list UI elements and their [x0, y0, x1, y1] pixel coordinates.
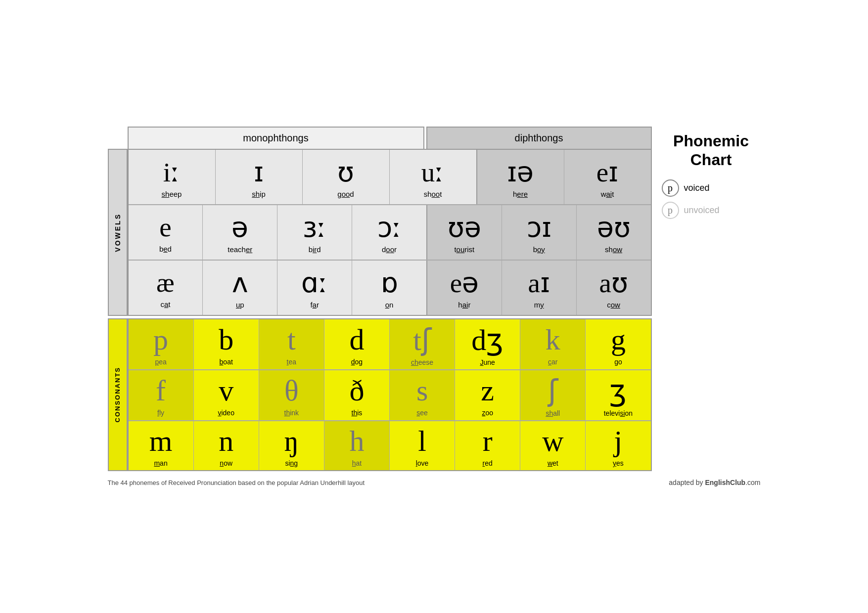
cell-sheep: iː sheep: [129, 150, 216, 204]
legend-voiced-icon: p: [662, 179, 679, 197]
cell-cow: aʊ cow: [577, 261, 651, 315]
cell-hair: eə hair: [427, 261, 502, 315]
page-wrapper: monophthongs diphthongs VOWELS: [108, 127, 761, 486]
legend-unvoiced: p unvoiced: [662, 202, 761, 219]
cell-television: ʒ television: [586, 370, 650, 420]
consonant-row-2: f fly v video θ think ð: [129, 370, 651, 421]
cell-far: ɑː far: [277, 261, 352, 315]
legend-voiced: p voiced: [662, 179, 761, 197]
cell-wait: eɪ wait: [564, 150, 651, 204]
cell-here: ɪə here: [477, 150, 564, 204]
footer: The 44 phonemes of Received Pronunciatio…: [108, 479, 761, 486]
right-panel: PhonemicChart p voiced p unvoiced: [662, 127, 761, 219]
consonants-section: CONSONANTS p pea b boat: [108, 318, 652, 471]
chart-title: PhonemicChart: [662, 131, 761, 170]
cell-bed: e bed: [129, 205, 203, 260]
section-headers: monophthongs diphthongs: [128, 127, 652, 149]
cell-ship: ɪ ship: [216, 150, 303, 204]
top-section: monophthongs diphthongs VOWELS: [108, 127, 761, 471]
cell-video: v video: [194, 370, 259, 420]
cell-door: ɔː door: [352, 205, 427, 260]
cell-bird: ɜː bird: [277, 205, 352, 260]
cell-think: θ think: [259, 370, 324, 420]
cell-car: k car: [520, 319, 586, 369]
cell-tea: t tea: [259, 319, 324, 369]
cell-sing: ŋ sing: [259, 421, 324, 470]
footer-credit: adapted by EnglishClub.com: [669, 479, 760, 486]
footer-note: The 44 phonemes of Received Pronunciatio…: [108, 479, 365, 486]
cell-fly: f fly: [129, 370, 194, 420]
cell-cat: æ cat: [129, 261, 203, 315]
consonant-row-3: m man n now ŋ sing h hat: [129, 421, 651, 470]
cell-this: ð this: [324, 370, 390, 420]
cell-dog: d dog: [324, 319, 390, 369]
header-diphthongs: diphthongs: [426, 127, 652, 149]
cell-boy: ɔɪ boy: [502, 205, 577, 260]
cell-wet: w wet: [520, 421, 586, 470]
consonant-row-1: p pea b boat t tea d dog: [129, 319, 651, 370]
vowel-row-3: æ cat ʌ up ɑː far ɒ on: [129, 261, 651, 315]
vowel-row-1: iː sheep ɪ ship ʊ good uː: [129, 150, 651, 205]
cell-shall: ʃ shall: [520, 370, 586, 420]
vowels-grid: iː sheep ɪ ship ʊ good uː: [128, 149, 652, 316]
consonants-grid: p pea b boat t tea d dog: [128, 318, 652, 471]
cell-cheese: tʃ cheese: [390, 319, 455, 369]
cell-tourist: ʊə tourist: [427, 205, 502, 260]
vowel-row-2: e bed ə teacher ɜː bird ɔː: [129, 205, 651, 261]
cell-up: ʌ up: [203, 261, 277, 315]
cell-now: n now: [194, 421, 259, 470]
cell-pea: p pea: [129, 319, 194, 369]
cell-on: ɒ on: [352, 261, 427, 315]
cell-love: l love: [390, 421, 455, 470]
cell-shoot: uː shoot: [390, 150, 477, 204]
cell-man: m man: [129, 421, 194, 470]
vowels-section: VOWELS iː sheep ɪ ship: [108, 149, 652, 316]
cell-red: r red: [455, 421, 520, 470]
consonants-label: CONSONANTS: [108, 318, 128, 471]
cell-teacher: ə teacher: [203, 205, 277, 260]
cell-show: əʊ show: [577, 205, 651, 260]
header-monophthongs: monophthongs: [128, 127, 424, 149]
cell-hat: h hat: [324, 421, 390, 470]
cell-go: g go: [586, 319, 650, 369]
vowels-label: VOWELS: [108, 149, 128, 316]
chart-area: monophthongs diphthongs VOWELS: [108, 127, 652, 471]
cell-yes: j yes: [586, 421, 650, 470]
cell-june: dʒ June: [455, 319, 520, 369]
cell-good: ʊ good: [303, 150, 390, 204]
cell-see: s see: [390, 370, 455, 420]
cell-my: aɪ my: [502, 261, 577, 315]
cell-zoo: z zoo: [455, 370, 520, 420]
legend: p voiced p unvoiced: [662, 179, 761, 219]
legend-unvoiced-icon: p: [662, 202, 679, 219]
cell-boat: b boat: [194, 319, 259, 369]
